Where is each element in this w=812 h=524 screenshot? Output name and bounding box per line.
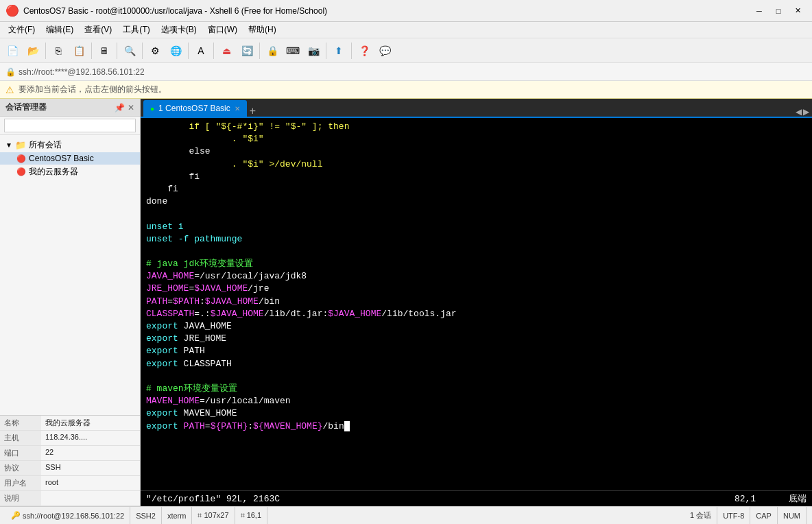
terminal-line: PATH=$PATH:$JAVA_HOME/bin [146,296,807,308]
toolbar-separator-6 [213,43,214,59]
menu-view[interactable]: 查看(V) [79,23,117,37]
lock-icon: 🔒 [5,67,16,77]
tb-reconnect[interactable]: 🔄 [237,41,256,60]
menu-edit[interactable]: 编辑(E) [40,23,79,37]
status-session-count: 1 会话 [684,507,717,524]
app-icon: 🔴 [5,4,19,17]
prop-label-host: 主机 [0,431,41,445]
tb-copy[interactable]: ⎘ [49,41,68,60]
sidebar-header: 会话管理器 📌 ✕ [0,99,140,117]
session-icon-cloud: 🔴 [16,167,26,176]
terminal-line: # java jdk环境变量设置 [146,258,807,270]
terminal-line: JAVA_HOME=/usr/local/java/jdk8 [146,270,807,283]
terminal-line: . "$i" >/dev/null [146,158,807,171]
terminal-content[interactable]: if [ "${-#*i}" != "$-" ]; then . "$i" el… [141,118,812,490]
prop-label-port: 端口 [0,446,41,460]
menu-tabs[interactable]: 选项卡(B) [156,23,202,37]
prop-value-host: 118.24.36.... [41,431,140,445]
status-ssh2: SSH2 [130,507,162,524]
file-info-right: 82,1 底端 [735,492,807,505]
terminal-line: unset i [146,221,807,233]
tb-new-session[interactable]: 📄 [3,41,22,60]
session-icon-centos: 🔴 [16,154,26,163]
prop-value-desc [41,491,140,505]
terminal-line: unset -f pathmunge [146,233,807,246]
sidebar-title: 会话管理器 [5,102,47,113]
minimize-button[interactable]: ─ [750,4,768,18]
arrow-icon: ⚠ [5,84,14,95]
terminal-line [146,208,807,220]
main-layout: 会话管理器 📌 ✕ ▼ 📁 所有会话 🔴 CentosOS7 Basic 🔴 我… [0,99,812,506]
size-label: ⌗ 107x27 [198,511,228,520]
expand-icon: ▼ [5,141,12,149]
terminal-line: done [146,195,807,208]
maximize-button[interactable]: □ [769,4,787,18]
prop-row-protocol: 协议 SSH [0,461,140,476]
file-info-bar: "/etc/profile" 92L, 2163C 82,1 底端 [141,490,812,506]
terminal-cursor [344,421,350,431]
tb-lock[interactable]: 🔒 [263,41,282,60]
num-label: NUM [783,512,800,520]
tree-root-item[interactable]: ▼ 📁 所有会话 [0,138,140,152]
toolbar-separator-3 [117,43,117,59]
tree-root-label: 所有会话 [29,139,62,151]
tab-next-button[interactable]: ▶ [803,107,809,117]
session-count-label: 1 会话 [690,510,711,521]
tb-help[interactable]: ❓ [355,41,374,60]
tb-chat[interactable]: 💬 [375,41,394,60]
tb-options[interactable]: ⚙ [145,41,165,60]
sidebar-close-button[interactable]: ✕ [128,103,134,112]
status-connection: 🔑 ssh://root@192.168.56.101:22 [5,507,130,524]
tb-font[interactable]: A [191,41,211,60]
file-info-left: "/etc/profile" 92L, 2163C [146,494,280,504]
tab-prev-button[interactable]: ◀ [796,107,802,117]
terminal-line: export JRE_HOME [146,333,807,345]
search-input[interactable] [4,119,136,132]
prop-value-port: 22 [41,446,140,460]
prop-row-name: 名称 我的云服务器 [0,416,140,431]
menu-tools[interactable]: 工具(T) [117,23,155,37]
sidebar-item-centos[interactable]: 🔴 CentosOS7 Basic [0,152,140,165]
toolbar-separator-5 [188,43,189,59]
tab-bar: ● 1 CentosOS7 Basic ✕ + ◀ ▶ [141,99,812,118]
tb-find[interactable]: 🔍 [120,41,139,60]
tb-open[interactable]: 📂 [23,41,43,60]
prop-label-protocol: 协议 [0,461,41,475]
terminal-line: if [ "${-#*i}" != "$-" ]; then [146,121,807,133]
sidebar-tree: ▼ 📁 所有会话 🔴 CentosOS7 Basic 🔴 我的云服务器 [0,135,140,415]
prop-row-desc: 说明 [0,491,140,506]
tb-screenshot[interactable]: 📷 [304,41,323,60]
terminal-line: else [146,145,807,158]
prop-row-user: 用户名 root [0,476,140,491]
properties-panel: 名称 我的云服务器 主机 118.24.36.... 端口 22 协议 SSH … [0,415,140,506]
tb-transfer[interactable]: ⬆ [329,41,348,60]
tb-paste[interactable]: 📋 [69,41,88,60]
tab-close-button[interactable]: ✕ [235,105,240,112]
ssh2-label: SSH2 [136,512,156,520]
tb-keyboard[interactable]: ⌨ [283,41,302,60]
close-button[interactable]: ✕ [789,4,807,18]
tb-session-manager[interactable]: 🖥 [95,41,114,60]
menu-file[interactable]: 文件(F) [3,23,40,37]
tab-dot: ● [150,105,154,112]
prop-label-name: 名称 [0,416,41,430]
tb-disconnect[interactable]: ⏏ [217,41,236,60]
sidebar-pin-button[interactable]: 📌 [115,103,125,112]
toolbar-separator-1 [45,43,46,59]
menu-help[interactable]: 帮助(H) [243,23,282,37]
folder-icon: 📁 [15,140,26,150]
add-tab-button[interactable]: + [250,106,256,117]
address-value: ssh://root:****@192.168.56.101:22 [19,67,145,77]
menu-window[interactable]: 窗口(W) [202,23,243,37]
toolbar-separator-9 [351,43,352,59]
terminal-line: CLASSPATH=.:$JAVA_HOME/lib/dt.jar:$JAVA_… [146,308,807,320]
pos-label: ⌗ 16,1 [241,511,261,520]
toolbar-separator-4 [142,43,143,59]
tb-globe[interactable]: 🌐 [166,41,185,60]
sidebar-item-cloud[interactable]: 🔴 我的云服务器 [0,165,140,179]
tab-nav: ◀ ▶ [796,107,809,117]
sidebar-controls: 📌 ✕ [115,103,134,112]
tab-centos[interactable]: ● 1 CentosOS7 Basic ✕ [143,100,247,117]
address-bar: 🔒 ssh://root:****@192.168.56.101:22 [0,63,812,81]
terminal-line [146,370,807,383]
